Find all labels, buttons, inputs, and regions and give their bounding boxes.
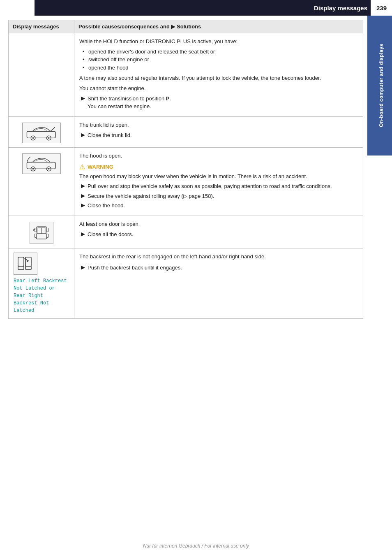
row2-arrow1-text: Close the trunk lid. (88, 131, 132, 139)
row5-display-cell: Rear Left Backrest Not Latched or Rear R… (9, 248, 74, 318)
warning-triangle-icon: ⚠ (79, 163, 85, 171)
row2-display-cell (9, 116, 74, 147)
row5-display-inner: Rear Left Backrest Not Latched or Rear R… (14, 253, 69, 314)
row5-arrow1-text: Push the backrest back until it engages. (88, 264, 182, 272)
footer-text: Nur für internen Gebrauch / For internal… (143, 543, 249, 549)
svg-rect-21 (25, 257, 31, 266)
table-row: Rear Left Backrest Not Latched or Rear R… (9, 248, 363, 318)
arrow-icon: ▶ (81, 231, 85, 237)
row1-arrow1-text: Shift the transmission to position P.You… (88, 95, 171, 111)
display-messages-table: Display messages Possible causes/consequ… (8, 20, 363, 319)
row5-intro: The backrest in the rear is not engaged … (79, 253, 358, 261)
svg-rect-19 (18, 266, 24, 269)
sidebar-accent-bar (367, 16, 371, 155)
row1-para1: A tone may also sound at regular interva… (79, 74, 358, 83)
row4-display-cell (9, 216, 74, 248)
footer: Nur für internen Gebrauch / For internal… (0, 543, 392, 549)
svg-point-8 (32, 168, 34, 170)
table-row: The trunk lid is open. ▶ Close the trunk… (9, 116, 363, 147)
svg-rect-16 (46, 228, 48, 232)
trunk-open-icon (22, 123, 61, 143)
seat-backrest-icon (14, 253, 37, 275)
page-number: 239 (371, 0, 392, 16)
row4-arrow1: ▶ Close all the doors. (79, 230, 358, 239)
row2-content-cell: The trunk lid is open. ▶ Close the trunk… (74, 116, 363, 147)
col-header-display: Display messages (9, 20, 74, 33)
trunk-open-car-svg (25, 125, 58, 141)
bullet-item: switched off the engine or (83, 56, 358, 64)
arrow-icon: ▶ (81, 193, 85, 199)
arrow-icon: ▶ (81, 183, 85, 189)
row3-arrow1-text: Pull over and stop the vehicle safely as… (88, 182, 332, 190)
warning-block: ⚠ WARNING (79, 163, 358, 171)
bullet-item: opened the driver's door and released th… (83, 48, 358, 56)
row1-arrow1-sub: You can restart the engine. (88, 103, 151, 109)
row1-intro: While the HOLD function or DISTRONIC PLU… (79, 37, 358, 46)
row3-arrow2-text: Secure the vehicle against rolling away … (88, 192, 214, 200)
door-open-icon (30, 222, 53, 244)
svg-rect-22 (25, 266, 31, 269)
arrow-icon: ▶ (81, 95, 85, 101)
row4-content-cell: At least one door is open. ▶ Close all t… (74, 216, 363, 248)
row3-arrow2: ▶ Secure the vehicle against rolling awa… (79, 192, 358, 200)
row1-display-cell (9, 33, 74, 117)
row1-bullets: opened the driver's door and released th… (83, 48, 358, 72)
row3-warning-text: The open hood may block your view when t… (79, 172, 358, 181)
col-header-causes: Possible causes/consequences and ▶ Solut… (74, 20, 363, 33)
row4-icon-wrapper (14, 220, 69, 244)
row5-display-label: Rear Left Backrest Not Latched or Rear R… (14, 277, 67, 314)
row2-icon-wrapper (14, 121, 69, 143)
row4-intro: At least one door is open. (79, 220, 358, 229)
bullet-item: opened the hood (83, 64, 358, 72)
row1-content-cell: While the HOLD function or DISTRONIC PLU… (74, 33, 363, 117)
row1-arrow1: ▶ Shift the transmission to position P.Y… (79, 95, 358, 111)
svg-point-4 (48, 137, 50, 139)
svg-point-10 (48, 168, 50, 170)
svg-point-2 (32, 137, 34, 139)
row3-arrow3: ▶ Close the hood. (79, 202, 358, 210)
door-open-car-svg (32, 224, 51, 242)
seat-backrest-svg (16, 255, 35, 273)
side-tab: On-board computer and displays (371, 16, 392, 155)
side-tab-label: On-board computer and displays (378, 44, 384, 127)
table-row: At least one door is open. ▶ Close all t… (9, 216, 363, 248)
hood-open-car-svg (25, 155, 58, 172)
header-bar: Display messages (35, 0, 392, 16)
row5-arrow1: ▶ Push the backrest back until it engage… (79, 264, 358, 272)
arrow-icon: ▶ (81, 264, 85, 270)
row2-arrow1: ▶ Close the trunk lid. (79, 131, 358, 139)
arrow-icon: ▶ (81, 202, 85, 208)
warning-label: WARNING (88, 164, 113, 170)
row1-para2: You cannot start the engine. (79, 84, 358, 93)
row3-intro: The hood is open. (79, 152, 358, 160)
svg-rect-17 (46, 234, 48, 238)
hood-open-icon (22, 153, 61, 174)
arrow-icon: ▶ (81, 132, 85, 138)
svg-rect-18 (18, 257, 24, 266)
row3-content-cell: The hood is open. ⚠ WARNING The open hoo… (74, 147, 363, 216)
row5-content-cell: The backrest in the rear is not engaged … (74, 248, 363, 318)
svg-rect-15 (35, 234, 37, 238)
row2-intro: The trunk lid is open. (79, 121, 358, 130)
table-row: While the HOLD function or DISTRONIC PLU… (9, 33, 363, 117)
row4-arrow1-text: Close all the doors. (88, 230, 133, 239)
main-content: Display messages Possible causes/consequ… (8, 20, 363, 343)
header-title: Display messages (314, 5, 367, 12)
row3-display-cell (9, 147, 74, 216)
row3-icon-wrapper (14, 152, 69, 174)
row3-arrow3-text: Close the hood. (88, 202, 125, 210)
svg-marker-20 (26, 260, 29, 262)
row3-arrow1: ▶ Pull over and stop the vehicle safely … (79, 182, 358, 190)
table-row: The hood is open. ⚠ WARNING The open hoo… (9, 147, 363, 216)
